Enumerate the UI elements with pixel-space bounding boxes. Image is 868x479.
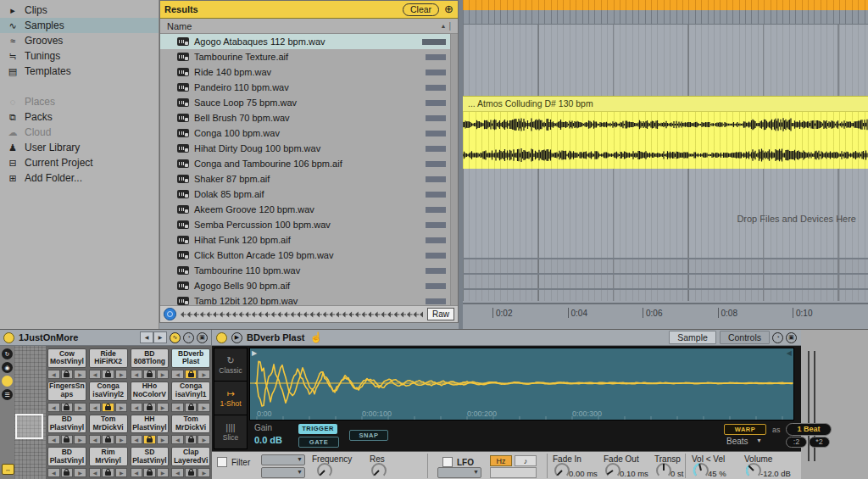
- pad-name[interactable]: BDverbPlast: [171, 348, 210, 368]
- device-titlebar[interactable]: ▶ BDverb Plast ☝ SampleControls ◔ ▣: [212, 330, 801, 346]
- pad-hotswap-button[interactable]: [143, 468, 156, 477]
- next-chain-button[interactable]: ▶: [153, 331, 167, 343]
- save-sample-icon[interactable]: ▣: [786, 332, 797, 343]
- sidebar-item-user-library[interactable]: ♟User Library: [0, 140, 159, 155]
- pad-name[interactable]: CongaisaVinyl2: [89, 382, 128, 401]
- pad-hotswap-button[interactable]: [185, 370, 198, 379]
- drum-pad-clap-layeredvi[interactable]: ClapLayeredVi◀▶: [171, 447, 210, 477]
- pad-overview-selection[interactable]: [15, 414, 43, 439]
- hot-swap-icon[interactable]: ∿: [170, 332, 181, 343]
- pad-mute-button[interactable]: ◀: [89, 435, 102, 444]
- tab-controls[interactable]: Controls: [720, 331, 770, 344]
- track-lane[interactable]: [463, 258, 868, 273]
- mode-slice[interactable]: ||||Slice: [214, 415, 248, 449]
- double-tempo-button[interactable]: *2: [809, 437, 830, 448]
- save-preset-icon[interactable]: ▣: [197, 332, 208, 343]
- frequency-knob[interactable]: [315, 461, 334, 479]
- pad-play-button[interactable]: ▶: [198, 403, 210, 412]
- pad-hotswap-button[interactable]: [102, 435, 114, 444]
- pad-play-button[interactable]: ▶: [115, 403, 128, 412]
- filter-checkbox[interactable]: [217, 457, 227, 467]
- snap-button[interactable]: SNAP: [349, 430, 388, 441]
- pad-mute-button[interactable]: ◀: [171, 403, 184, 412]
- pad-name[interactable]: SDPlastVinyl: [131, 447, 170, 466]
- raw-toggle-button[interactable]: Raw: [427, 308, 454, 320]
- gain-value[interactable]: 0.0 dB: [254, 435, 282, 445]
- pad-hotswap-button[interactable]: [143, 370, 156, 379]
- pad-name[interactable]: CowMostVinyl: [47, 348, 86, 368]
- warp-beat-value[interactable]: 1 Beat: [786, 423, 832, 436]
- prev-chain-button[interactable]: ◀: [140, 331, 153, 343]
- tab-sample[interactable]: Sample: [669, 331, 716, 344]
- pad-name[interactable]: HHPlastVinyl: [131, 415, 170, 434]
- time-ruler[interactable]: 0:020:040:060:080:10: [463, 303, 868, 329]
- drum-pad-cow-mostvinyl[interactable]: CowMostVinyl◀▶: [47, 348, 86, 379]
- pad-play-button[interactable]: ▶: [74, 370, 86, 379]
- clip-waveform-area[interactable]: [463, 112, 868, 169]
- clip-title[interactable]: ... Atmos Colluding D# 130 bpm: [463, 96, 868, 112]
- pad-mute-button[interactable]: ◀: [171, 468, 184, 477]
- pad-hotswap-button[interactable]: [143, 403, 156, 412]
- pad-view-icon[interactable]: [2, 376, 13, 387]
- pad-mute-button[interactable]: ◀: [131, 468, 143, 477]
- track-device-titlebar[interactable]: 1JustOnMore ◀ ▶ ∿ ◔ ▣: [0, 330, 212, 346]
- pad-hotswap-button[interactable]: [185, 435, 198, 444]
- sidebar-item-current-project[interactable]: ⊟Current Project: [0, 155, 159, 170]
- drum-pad-conga-isavinyl1[interactable]: CongaisaVinyl1◀▶: [171, 382, 210, 412]
- drum-pad-tom-mrdickvi[interactable]: TomMrDickVi◀▶: [171, 415, 210, 445]
- result-row[interactable]: Conga and Tambourine 106 bpm.aif: [160, 156, 458, 171]
- pad-hotswap-button[interactable]: [102, 468, 114, 477]
- result-row[interactable]: Bell Brush 70 bpm.wav: [160, 110, 458, 125]
- result-row[interactable]: Sauce Loop 75 bpm.wav: [160, 95, 458, 110]
- warp-mode-select[interactable]: Beats: [726, 437, 748, 446]
- result-row[interactable]: Agogo Bells 90 bpm.aif: [160, 278, 458, 293]
- lfo-checkbox[interactable]: [442, 457, 453, 467]
- pad-name[interactable]: RideHiFiRX2: [89, 348, 128, 368]
- hot-swap-sample-icon[interactable]: ◔: [772, 332, 783, 343]
- io-routing-icon[interactable]: ↔: [2, 464, 14, 475]
- sample-display[interactable]: ▶ ◀ 0:000:00:1000:00:2000:00:300: [249, 348, 794, 421]
- mode-1-shot[interactable]: ↦1-Shot: [214, 382, 248, 415]
- chain-list-icon[interactable]: ☰: [2, 389, 13, 400]
- pad-hotswap-button[interactable]: [61, 435, 74, 444]
- result-row[interactable]: Tamb 12bit 120 bpm.wav: [160, 293, 458, 305]
- pad-mute-button[interactable]: ◀: [171, 435, 184, 444]
- device-fold-icon[interactable]: ▶: [231, 332, 242, 343]
- pad-name[interactable]: ClapLayeredVi: [171, 447, 210, 466]
- pad-name[interactable]: BDPlastVinyl: [47, 447, 86, 466]
- drum-pad-ride-hifirx2[interactable]: RideHiFiRX2◀▶: [89, 348, 128, 379]
- drum-pad-bd-plastvinyl[interactable]: BDPlastVinyl◀▶: [47, 415, 86, 445]
- result-row[interactable]: Click Button Arcade 109 bpm.wav: [160, 248, 458, 263]
- pad-mute-button[interactable]: ◀: [171, 370, 184, 379]
- sidebar-item-tunings[interactable]: ≒Tunings: [0, 48, 159, 64]
- pad-mute-button[interactable]: ◀: [89, 370, 102, 379]
- warp-button[interactable]: WARP: [724, 424, 766, 435]
- drum-pad-sd-plastvinyl[interactable]: SDPlastVinyl◀▶: [131, 447, 170, 477]
- device-activator-led[interactable]: [3, 332, 14, 343]
- result-row[interactable]: Tambourine Texture.aif: [160, 49, 458, 64]
- pad-name[interactable]: TomMrDickVi: [171, 415, 210, 434]
- pad-mute-button[interactable]: ◀: [47, 435, 60, 444]
- pad-hotswap-button[interactable]: [61, 370, 74, 379]
- drum-pad-bdverb-plast[interactable]: BDverbPlast◀▶: [171, 348, 210, 379]
- pad-mute-button[interactable]: ◀: [47, 468, 60, 477]
- add-filter-icon[interactable]: ⊕: [444, 3, 453, 15]
- filter-type-select[interactable]: [261, 454, 305, 465]
- result-row[interactable]: Dolak 85 bpm.aif: [160, 187, 458, 202]
- half-tempo-button[interactable]: :2: [786, 437, 807, 448]
- sort-ascending-icon[interactable]: ▲: [440, 23, 446, 29]
- lfo-hz-button[interactable]: Hz: [490, 455, 512, 466]
- result-row[interactable]: Ride 140 bpm.wav: [160, 64, 458, 80]
- device-on-led[interactable]: [216, 332, 227, 343]
- sidebar-item-packs[interactable]: ⧉Packs: [0, 109, 159, 125]
- pad-overview-grid[interactable]: [14, 346, 46, 479]
- pad-hotswap-button[interactable]: [185, 403, 198, 412]
- scrub-area[interactable]: [463, 0, 868, 10]
- pad-play-button[interactable]: ▶: [198, 370, 210, 379]
- pad-hotswap-button[interactable]: [102, 403, 114, 412]
- sidebar-item-clips[interactable]: ▸Clips: [0, 3, 159, 18]
- pad-play-button[interactable]: ▶: [115, 468, 128, 477]
- drum-pad-tom-mrdickvi[interactable]: TomMrDickVi◀▶: [89, 415, 128, 445]
- results-scrollbar[interactable]: [450, 34, 458, 305]
- pad-mute-button[interactable]: ◀: [89, 468, 102, 477]
